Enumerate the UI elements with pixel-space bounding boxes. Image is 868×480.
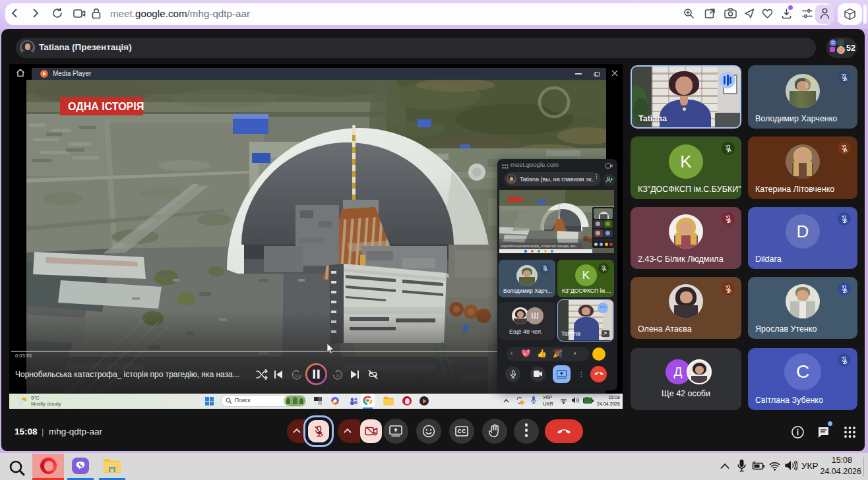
svg-text:10: 10: [295, 374, 299, 378]
svg-text:ОДНА ІСТОРІЯ: ОДНА ІСТОРІЯ: [68, 101, 144, 112]
svg-text:30: 30: [336, 374, 340, 378]
